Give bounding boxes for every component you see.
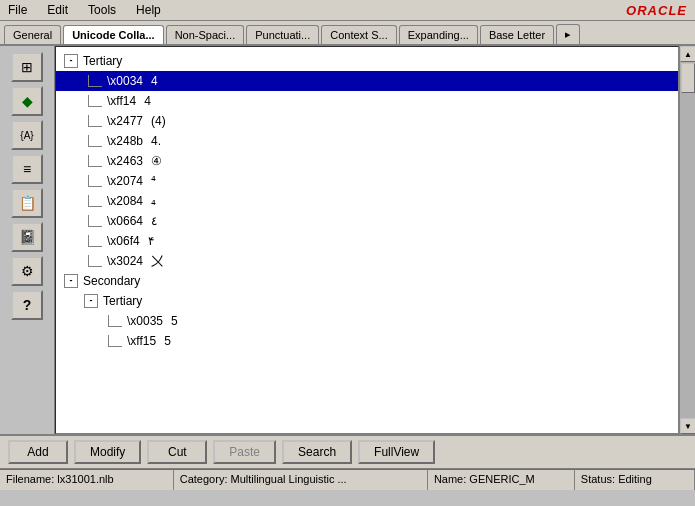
list-icon: ≡ — [23, 161, 31, 177]
tree-node[interactable]: \xff144 — [56, 91, 678, 111]
tabs-bar: General Unicode Colla... Non-Spaci... Pu… — [0, 21, 695, 46]
search-button[interactable]: Search — [282, 440, 352, 464]
left-toolbar: ⊞ ◆ {A} ≡ 📋 📓 ⚙ ? — [0, 46, 55, 434]
add-button[interactable]: Add — [8, 440, 68, 464]
tree-connector — [88, 115, 102, 127]
tree-node[interactable]: -Tertiary — [56, 291, 678, 311]
scroll-thumb[interactable] — [681, 63, 695, 93]
tree-node[interactable]: \xff155 — [56, 331, 678, 351]
node-label: \x06f4 — [107, 232, 140, 250]
tree-connector — [88, 215, 102, 227]
settings-icon: ⚙ — [21, 263, 34, 279]
toolbar-variable-btn[interactable]: {A} — [11, 120, 43, 150]
menu-edit[interactable]: Edit — [43, 2, 72, 18]
tab-non-spaci[interactable]: Non-Spaci... — [166, 25, 245, 44]
tree-node[interactable]: \x3024〤 — [56, 251, 678, 271]
node-value: 4. — [151, 132, 161, 150]
tree-container: -Tertiary\x00344\xff144\x2477(4)\x248b4.… — [55, 46, 695, 434]
scroll-down-arrow[interactable]: ▼ — [680, 418, 695, 434]
tree-connector — [88, 95, 102, 107]
expand-icon[interactable]: - — [84, 294, 98, 308]
tab-unicode-colla[interactable]: Unicode Colla... — [63, 25, 164, 44]
help-icon: ? — [23, 297, 32, 313]
tree-area[interactable]: -Tertiary\x00344\xff144\x2477(4)\x248b4.… — [55, 46, 679, 434]
menubar-left: File Edit Tools Help — [4, 2, 165, 18]
cut-button[interactable]: Cut — [147, 440, 207, 464]
status-bar: Filename: lx31001.nlb Category: Multilin… — [0, 468, 695, 490]
expand-icon[interactable]: - — [64, 54, 78, 68]
tab-base-letter[interactable]: Base Letter — [480, 25, 554, 44]
expand-icon[interactable]: - — [64, 274, 78, 288]
node-label: \xff14 — [107, 92, 136, 110]
tree-node[interactable]: \x2074⁴ — [56, 171, 678, 191]
node-value: 5 — [164, 332, 171, 350]
tree-connector — [88, 195, 102, 207]
node-label: \x0035 — [127, 312, 163, 330]
main-area: ⊞ ◆ {A} ≡ 📋 📓 ⚙ ? -Tertiary\x00344\xff14… — [0, 46, 695, 434]
notebook-icon: 📓 — [19, 229, 36, 245]
tree-node[interactable]: \x2463④ — [56, 151, 678, 171]
tree-connector — [88, 75, 102, 87]
tree-node[interactable]: \x00344 — [56, 71, 678, 91]
tree-node[interactable]: \x0664٤ — [56, 211, 678, 231]
tree-connector — [88, 135, 102, 147]
variable-icon: {A} — [20, 130, 33, 141]
node-label: Tertiary — [83, 52, 122, 70]
tab-general[interactable]: General — [4, 25, 61, 44]
scroll-track[interactable] — [680, 62, 695, 418]
tab-context-s[interactable]: Context S... — [321, 25, 396, 44]
status-name: Name: GENERIC_M — [428, 469, 575, 490]
tree-connector — [88, 155, 102, 167]
modify-button[interactable]: Modify — [74, 440, 141, 464]
node-value: (4) — [151, 112, 166, 130]
tab-punctuati[interactable]: Punctuati... — [246, 25, 319, 44]
node-label: \x0034 — [107, 72, 143, 90]
paste-button[interactable]: Paste — [213, 440, 276, 464]
tree-connector — [88, 175, 102, 187]
node-label: \x2084 — [107, 192, 143, 210]
tree-node[interactable]: \x248b4. — [56, 131, 678, 151]
node-label: \x0664 — [107, 212, 143, 230]
toolbar-list-btn[interactable]: ≡ — [11, 154, 43, 184]
tab-more[interactable]: ▸ — [556, 24, 580, 44]
tree-node[interactable]: \x06f4۴ — [56, 231, 678, 251]
node-label: \x3024 — [107, 252, 143, 270]
toolbar-notebook-btn[interactable]: 📓 — [11, 222, 43, 252]
toolbar-settings-btn[interactable]: ⚙ — [11, 256, 43, 286]
tab-expanding[interactable]: Expanding... — [399, 25, 478, 44]
menu-help[interactable]: Help — [132, 2, 165, 18]
bottom-toolbar: Add Modify Cut Paste Search FullView — [0, 434, 695, 468]
node-value: ₄ — [151, 192, 156, 210]
node-value: ۴ — [148, 232, 154, 250]
scroll-up-arrow[interactable]: ▲ — [680, 46, 695, 62]
status-filename: Filename: lx31001.nlb — [0, 469, 174, 490]
fullview-button[interactable]: FullView — [358, 440, 435, 464]
tree-node[interactable]: \x00355 — [56, 311, 678, 331]
tree-connector — [108, 315, 122, 327]
node-label: \x2463 — [107, 152, 143, 170]
scrollbar-right[interactable]: ▲ ▼ — [679, 46, 695, 434]
tree-node[interactable]: \x2084₄ — [56, 191, 678, 211]
tree-connector — [108, 335, 122, 347]
node-value: 4 — [151, 72, 158, 90]
tree-node[interactable]: -Secondary — [56, 271, 678, 291]
tree-connector — [88, 255, 102, 267]
node-label: \x2477 — [107, 112, 143, 130]
menu-file[interactable]: File — [4, 2, 31, 18]
toolbar-clipboard-btn[interactable]: 📋 — [11, 188, 43, 218]
toolbar-grid-btn[interactable]: ⊞ — [11, 52, 43, 82]
menubar: File Edit Tools Help ORACLE — [0, 0, 695, 21]
node-label: Secondary — [83, 272, 140, 290]
node-label: \xff15 — [127, 332, 156, 350]
oracle-logo: ORACLE — [626, 3, 687, 18]
toolbar-diamond-btn[interactable]: ◆ — [11, 86, 43, 116]
tree-node[interactable]: \x2477(4) — [56, 111, 678, 131]
menu-tools[interactable]: Tools — [84, 2, 120, 18]
clipboard-icon: 📋 — [19, 195, 36, 211]
tree-connector — [88, 235, 102, 247]
tree-node[interactable]: -Tertiary — [56, 51, 678, 71]
toolbar-help-btn[interactable]: ? — [11, 290, 43, 320]
node-value: ⁴ — [151, 172, 156, 190]
grid-icon: ⊞ — [21, 59, 33, 75]
node-value: ④ — [151, 152, 162, 170]
